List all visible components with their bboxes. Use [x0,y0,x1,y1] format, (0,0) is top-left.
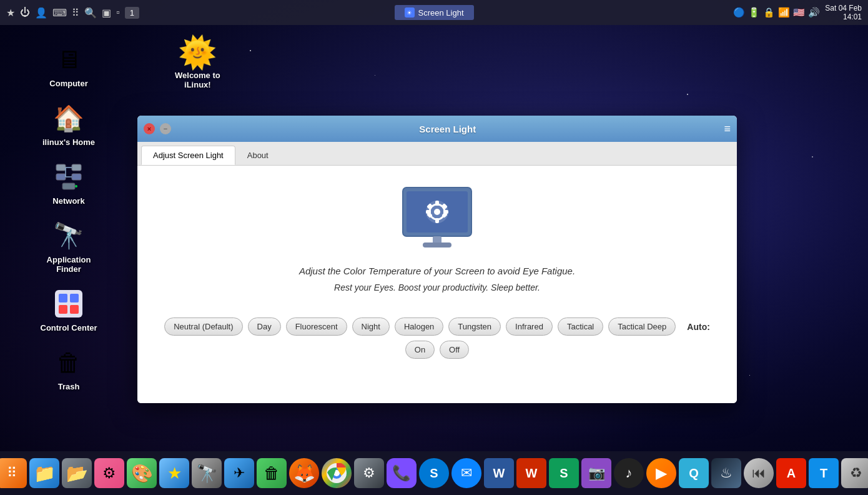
volume-icon[interactable]: 🔊 [808,7,820,18]
dock-icon-thunderbird[interactable]: ✉ [451,458,481,488]
workspace-badge[interactable]: 1 [125,7,139,19]
dock-icon-color[interactable]: 🎨 [127,458,157,488]
window-menu-button[interactable]: ≡ [724,122,731,136]
desktop-icon-trash[interactable]: 🗑 Trash [28,341,109,396]
star-icon[interactable]: ★ [6,7,15,19]
taskbar-right: 🔵 🔋 🔒 📶 🇺🇸 🔊 Sat 04 Feb 14:01 [645,4,869,21]
dock-icon-send[interactable]: ✈ [224,458,254,488]
desktop-icon-home[interactable]: 🏠 ilinux's Home [28,96,109,152]
active-window-title: Screen Light [418,8,464,18]
monitor-icon[interactable]: ▫ [116,7,120,18]
window-minimize-button[interactable]: − [160,123,171,134]
mode-day-button[interactable]: Day [248,318,281,336]
screen-light-illustration [397,184,478,253]
svg-rect-0 [56,164,66,171]
top-taskbar: ★ ⏻ 👤 ⌨ ⠿ 🔍 ▣ ▫ 1 ☀ Screen Light 🔵 🔋 🔒 📶… [0,0,868,25]
dock-icon-screenshot[interactable]: 📷 [581,458,611,488]
dock-icon-anydesk[interactable]: A [776,458,806,488]
mode-tungsten-button[interactable]: Tungsten [448,318,501,336]
svg-rect-13 [70,305,79,314]
dock-icon-teamviewer[interactable]: T [809,458,839,488]
controlcenter-icon [52,287,86,321]
dock-icon-sheets[interactable]: S [549,458,579,488]
taskbar-center: ☀ Screen Light [224,5,645,20]
tab-about[interactable]: About [235,146,280,165]
window-icon[interactable]: ▣ [102,7,111,19]
mode-buttons-container: Neutral (Default) Day Fluorescent Night … [150,311,724,371]
desktop-icon-computer[interactable]: 🖥 Computer [28,38,109,93]
dock-icon-trash[interactable]: 🗑 [257,458,287,488]
taskbar-left: ★ ⏻ 👤 ⌨ ⠿ 🔍 ▣ ▫ 1 [0,7,224,19]
window-tabs: Adjust Screen Light About [137,142,737,166]
dock-icon-recycle[interactable]: ♻ [841,458,868,488]
bottom-dock: ⭐ ⠿ 📁 📂 ⚙ 🎨 ★ 🔭 ✈ 🗑 🦊 ⚙ 📞 S ✉ W W S 📷 ♪ … [0,451,868,495]
welcome-label: Welcome toiLinux! [175,71,220,89]
svg-rect-20 [435,218,439,223]
bluetooth-icon[interactable]: 🔵 [733,7,745,18]
computer-icon: 🖥 [52,42,86,76]
appgrid-icon[interactable]: ⠿ [72,7,79,19]
svg-rect-7 [62,183,75,189]
welcome-emoji: 🌞 [178,34,217,71]
dock-icon-proxy[interactable]: ⚙ [354,458,384,488]
mode-tactical-deep-button[interactable]: Tactical Deep [608,318,676,336]
dock-icon-files[interactable]: 📁 [29,458,59,488]
desktop-icon-controlcenter[interactable]: Control Center [28,282,109,338]
dock-icon-star[interactable]: ★ [159,458,189,488]
screen-light-window: × − Screen Light ≡ Adjust Screen Light A… [137,116,737,403]
svg-rect-10 [59,294,67,302]
dock-icon-rewind[interactable]: ⏮ [744,458,774,488]
mode-night-button[interactable]: Night [352,318,390,336]
system-tray: 🔵 🔋 🔒 📶 🇺🇸 🔊 [733,7,820,18]
home-label: ilinux's Home [42,138,95,147]
dock-icon-appmenu[interactable]: ⠿ [0,458,27,488]
dock-icon-settings[interactable]: ⚙ [94,458,124,488]
clock-time: 14:01 [825,12,862,21]
dock-icon-viber[interactable]: 📞 [387,458,417,488]
dock-icon-chrome[interactable] [322,458,352,488]
window-title: Screen Light [176,124,719,134]
mode-fluorescent-button[interactable]: Fluorescent [286,318,347,336]
user-icon[interactable]: 👤 [35,7,47,19]
dock-icon-vlc[interactable]: ▶ [646,458,676,488]
clock-date: Sat 04 Feb [825,4,862,12]
dock-icon-filemanager[interactable]: 📂 [62,458,92,488]
search-icon[interactable]: 🔍 [84,7,97,19]
svg-rect-1 [56,174,66,180]
welcome-to-ilinux-icon[interactable]: 🌞 Welcome toiLinux! [175,34,220,89]
mode-halogen-button[interactable]: Halogen [395,318,443,336]
signal-icon[interactable]: 📶 [778,7,790,18]
mode-infrared-button[interactable]: Infrared [506,318,553,336]
power-icon[interactable]: ⏻ [20,7,30,18]
window-close-button[interactable]: × [144,123,155,134]
tab-adjust-screen-light[interactable]: Adjust Screen Light [141,146,235,165]
home-icon: 🏠 [52,101,86,135]
dock-icon-wps[interactable]: W [516,458,546,488]
mode-tactical-button[interactable]: Tactical [558,318,603,336]
svg-rect-28 [423,242,451,248]
dock-icon-anoise[interactable]: ♪ [614,458,644,488]
flag-icon[interactable]: 🇺🇸 [793,7,805,18]
auto-on-button[interactable]: On [405,341,435,359]
mode-neutral-button[interactable]: Neutral (Default) [164,318,242,336]
dock-icon-appfinder[interactable]: 🔭 [192,458,222,488]
battery-icon[interactable]: 🔋 [748,7,760,18]
keyboard-icon[interactable]: ⌨ [52,7,67,19]
auto-off-button[interactable]: Off [440,341,469,359]
lock-icon[interactable]: 🔒 [763,7,775,18]
computer-label: Computer [49,79,87,88]
active-window-icon: ☀ [405,8,415,18]
desktop-icon-network[interactable]: Network [28,155,109,211]
dock-icon-word[interactable]: W [484,458,514,488]
dock-icon-qbittorrent[interactable]: Q [679,458,709,488]
active-window-button[interactable]: ☀ Screen Light [395,5,474,20]
dock-icon-firefox[interactable]: 🦊 [289,458,319,488]
dock-icon-steam[interactable]: ♨ [711,458,741,488]
desktop-icon-appfinder[interactable]: 🔭 Application Finder [28,214,109,279]
dock-icon-skype[interactable]: S [419,458,449,488]
trash-icon: 🗑 [52,346,86,379]
svg-rect-11 [70,294,79,302]
svg-point-8 [75,185,77,188]
controlcenter-label: Control Center [41,323,97,332]
network-icon [52,160,86,194]
